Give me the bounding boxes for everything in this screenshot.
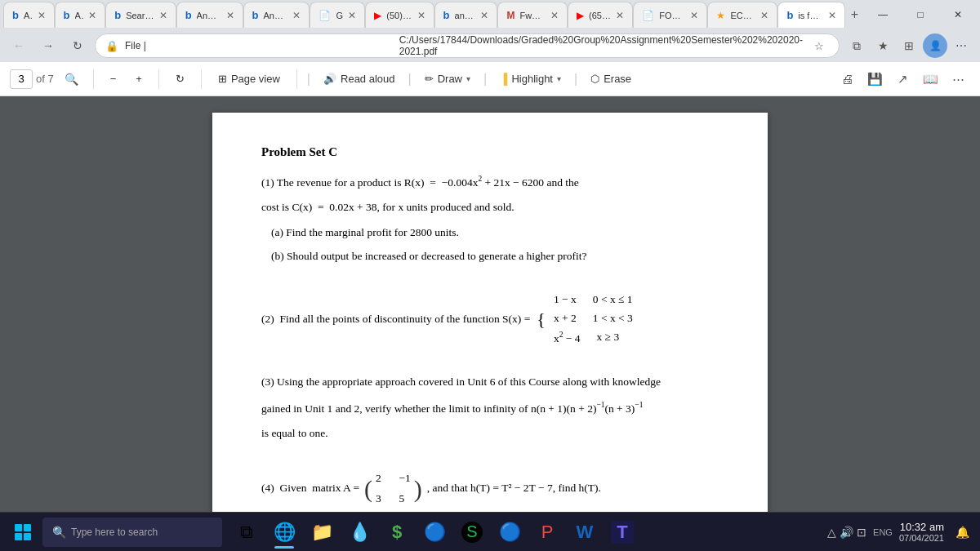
taskbar-search[interactable]: 🔍 Type here to search [42, 518, 222, 547]
tab-11-close[interactable]: ✕ [690, 10, 698, 21]
problem-3-text: (3) Using the appropriate approach cover… [261, 373, 719, 392]
tab-4-close[interactable]: ✕ [226, 10, 234, 21]
notification-center-button[interactable]: 🔔 [951, 521, 973, 544]
tab-12-icon: ★ [716, 10, 725, 21]
piecewise-brace: { [537, 310, 546, 328]
maximize-button[interactable]: □ [902, 2, 939, 28]
piecewise-row-3: x2 − 4 x ≥ 3 [554, 328, 633, 348]
taskbar-dropbox[interactable]: 💧 [341, 514, 377, 550]
erase-button[interactable]: ⬡ Erase [584, 69, 638, 88]
minimize-button[interactable]: — [864, 2, 902, 28]
toolbar-pipe-3: | [483, 72, 487, 87]
tab-10-close[interactable]: ✕ [616, 10, 624, 21]
page-view-button[interactable]: ⊞ Page view [212, 69, 287, 88]
tab-8[interactable]: b another ✕ [434, 2, 498, 28]
tab-1-close[interactable]: ✕ [38, 10, 46, 21]
taskbar-word[interactable]: W [567, 514, 603, 550]
problem-3c-text: is equal to one. [261, 424, 719, 443]
network-icon[interactable]: △ [827, 526, 836, 539]
tab-13-close[interactable]: ✕ [828, 10, 836, 21]
taskbar-vpn[interactable]: 🔵 [416, 514, 452, 550]
toolbar-pipe-2: | [408, 72, 412, 87]
taskbar-task-view[interactable]: ⧉ [229, 514, 265, 550]
address-bar[interactable]: 🔒 File | C:/Users/17844/Downloads/Graded… [95, 33, 840, 58]
tab-2-close[interactable]: ✕ [88, 10, 96, 21]
taskbar-right: △ 🔊 ⊡ ENG 10:32 am 07/04/2021 🔔 [827, 521, 973, 544]
more-tools-button[interactable]: ⋯ [946, 67, 970, 91]
page-number-input[interactable] [10, 69, 33, 89]
piecewise-expr-1: 1 − x [554, 291, 577, 309]
rotate-button[interactable]: ↻ [169, 69, 191, 88]
tab-8-close[interactable]: ✕ [480, 10, 488, 21]
taskbar-edge[interactable]: 🌐 [266, 514, 302, 550]
taskbar-file-explorer[interactable]: 📁 [304, 514, 340, 550]
toolbar-right: 🖨 💾 ↗ 📖 ⋯ [835, 67, 970, 91]
tab-6[interactable]: 📄 Gra ✕ [310, 2, 365, 28]
search-pdf-button[interactable]: 🔍 [60, 68, 83, 91]
tab-3-close[interactable]: ✕ [159, 10, 167, 21]
taskbar-pdf[interactable]: P [529, 514, 565, 550]
start-button[interactable] [7, 516, 39, 549]
forward-button[interactable]: → [36, 33, 60, 58]
split-screen-button[interactable]: ⧉ [844, 33, 869, 58]
read-aloud-button[interactable]: 🔊 Read aloud [317, 69, 402, 88]
tab-7[interactable]: ▶ (50) Piec ✕ [365, 2, 434, 28]
draw-button[interactable]: ✏ Draw ▾ [418, 69, 477, 88]
new-tab-button[interactable]: + [845, 3, 864, 26]
taskbar-teams[interactable]: T [604, 514, 640, 550]
tab-12[interactable]: ★ ECON10 ✕ [707, 2, 777, 28]
tab-3[interactable]: b Search re ✕ [105, 2, 176, 28]
tab-9-close[interactable]: ✕ [550, 10, 559, 21]
immersive-reader-button[interactable]: 📖 [918, 67, 942, 91]
share-button[interactable]: ↗ [890, 67, 915, 91]
taskbar-google[interactable]: 🔵 [492, 514, 528, 550]
collections-button[interactable]: ⊞ [897, 33, 921, 58]
taskbar-app-s[interactable]: $ [379, 514, 415, 550]
settings-button[interactable]: ⋯ [949, 33, 973, 58]
piecewise-row-1: 1 − x 0 < x ≤ 1 [554, 291, 633, 309]
zoom-in-button[interactable]: + [129, 69, 149, 88]
refresh-button[interactable]: ↻ [65, 33, 90, 58]
tab-6-close[interactable]: ✕ [348, 10, 356, 21]
minus-icon: − [110, 73, 117, 85]
tab-7-label: (50) Piec [386, 11, 412, 20]
tab-13[interactable]: b is functic ✕ [777, 2, 844, 28]
clock[interactable]: 10:32 am 07/04/2021 [899, 521, 944, 543]
favorites-panel-button[interactable]: ★ [871, 33, 895, 58]
current-time: 10:32 am [899, 521, 944, 533]
draw-chevron-icon: ▾ [466, 74, 470, 83]
volume-icon[interactable]: ⊡ [857, 526, 866, 539]
tab-2[interactable]: b Ans ✕ [55, 2, 106, 28]
tab-12-close[interactable]: ✕ [760, 10, 768, 21]
favorites-button[interactable]: ☆ [809, 36, 829, 56]
tab-5[interactable]: b Answers ✕ [243, 2, 310, 28]
save-button[interactable]: 💾 [862, 67, 887, 91]
print-button[interactable]: 🖨 [835, 67, 859, 91]
spotify-icon: S [461, 522, 483, 543]
tab-1[interactable]: b Ans ✕ [3, 2, 55, 28]
google-icon: 🔵 [499, 522, 521, 543]
profile-button[interactable]: 👤 [923, 33, 947, 58]
pdf-content[interactable]: Problem Set C (1) The revenue for a prod… [0, 96, 980, 512]
highlight-chevron-icon: ▾ [557, 74, 561, 83]
tab-3-label: Search re [126, 11, 154, 20]
zoom-out-button[interactable]: − [104, 69, 123, 88]
win-logo-q3 [15, 533, 22, 540]
speaker-icon[interactable]: 🔊 [840, 526, 853, 539]
tab-8-label: another [455, 11, 476, 20]
tab-10-icon: ▶ [577, 10, 584, 21]
tab-5-close[interactable]: ✕ [292, 10, 301, 21]
tab-4[interactable]: b Answers ✕ [176, 2, 243, 28]
tab-7-close[interactable]: ✕ [417, 10, 425, 21]
taskbar-app-s2[interactable]: S [454, 514, 490, 550]
close-button[interactable]: ✕ [939, 2, 977, 28]
tab-11[interactable]: 📄 FOUN 10 ✕ [633, 2, 707, 28]
back-button[interactable]: ← [7, 33, 31, 58]
windows-logo [15, 524, 31, 540]
file-icon: 🔒 [105, 40, 118, 52]
language-indicator: ENG [873, 527, 893, 537]
tab-6-icon: 📄 [318, 10, 331, 21]
highlight-button[interactable]: ▐ Highlight ▾ [493, 69, 568, 88]
tab-10[interactable]: ▶ (65) MY ✕ [568, 2, 633, 28]
tab-9[interactable]: M Fwd: Min ✕ [497, 2, 568, 28]
